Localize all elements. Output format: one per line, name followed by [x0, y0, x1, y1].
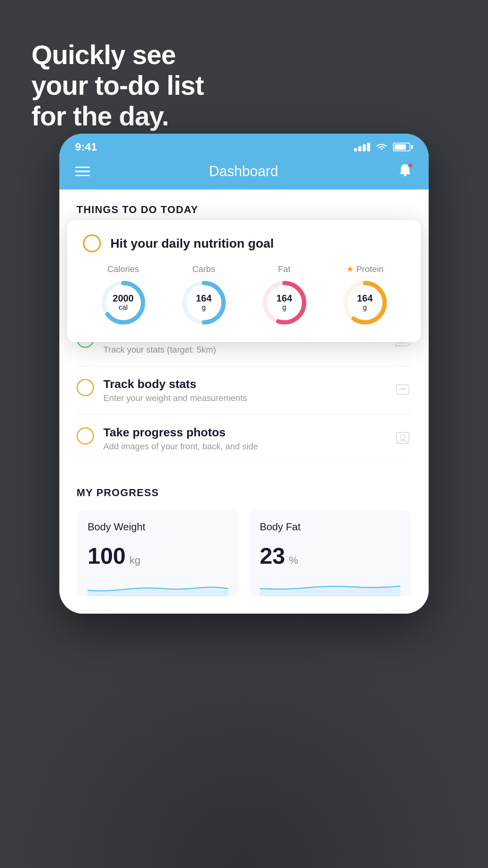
body-weight-chart [88, 577, 228, 596]
hamburger-menu[interactable] [75, 167, 90, 177]
fat-label: Fat [278, 264, 291, 274]
body-stats-check-circle [77, 379, 94, 396]
calories-label: Calories [107, 264, 139, 274]
body-stats-subtitle: Enter your weight and measurements [103, 393, 411, 403]
status-bar: 9:41 [59, 134, 429, 156]
body-fat-value-row: 23 % [260, 542, 400, 569]
nutrition-carbs: Carbs 164 g [180, 264, 227, 326]
phone-frame: 9:41 [59, 134, 429, 614]
progress-photos-text: Take progress photos Add images of your … [103, 426, 411, 452]
body-weight-card-title: Body Weight [88, 521, 228, 533]
calories-value: 2000 [113, 293, 134, 303]
person-icon [394, 429, 411, 448]
nutrition-card: Hit your daily nutrition goal Calories 2… [67, 220, 421, 342]
body-fat-card-title: Body Fat [260, 521, 400, 533]
running-subtitle: Track your stats (target: 5km) [103, 345, 411, 355]
nutrition-check-circle[interactable] [83, 234, 101, 252]
nutrition-protein: ★ Protein 164 g [341, 264, 389, 326]
status-time: 9:41 [75, 141, 97, 153]
progress-photos-title: Take progress photos [103, 426, 411, 439]
carbs-value: 164 [196, 293, 211, 303]
nutrition-fat: Fat 164 g [261, 264, 308, 326]
progress-photos-subtitle: Add images of your front, back, and side [103, 441, 411, 452]
carbs-label: Carbs [192, 264, 215, 274]
body-weight-card: Body Weight 100 kg [77, 510, 239, 596]
my-progress-header: MY PROGRESS [77, 487, 411, 499]
hero-line3: for the day. [31, 101, 169, 131]
content-area: THINGS TO DO TODAY Hit your daily nutrit… [59, 189, 429, 614]
nutrition-grid: Calories 2000 cal Carbs [83, 264, 405, 326]
card-title-row: Hit your daily nutrition goal [83, 234, 405, 252]
hero-text: Quickly see your to-do list for the day. [31, 39, 204, 132]
carbs-unit: g [196, 304, 211, 312]
wifi-icon [376, 143, 387, 151]
signal-icon [354, 143, 370, 151]
body-stats-text: Track body stats Enter your weight and m… [103, 377, 411, 403]
protein-ring: 164 g [341, 279, 389, 326]
my-progress-section: MY PROGRESS Body Weight 100 kg [59, 463, 429, 614]
svg-point-9 [402, 389, 404, 390]
todo-item-progress-photos[interactable]: Take progress photos Add images of your … [77, 415, 411, 463]
body-fat-chart [260, 577, 400, 596]
body-fat-card: Body Fat 23 % [249, 510, 411, 596]
fat-ring: 164 g [261, 279, 308, 326]
calories-unit: cal [113, 304, 134, 312]
carbs-ring: 164 g [180, 279, 227, 326]
body-fat-unit: % [289, 554, 298, 566]
fat-unit: g [276, 304, 292, 312]
star-icon: ★ [346, 264, 354, 274]
body-fat-value: 23 [260, 542, 285, 569]
calories-ring: 2000 cal [100, 279, 147, 326]
body-stats-title: Track body stats [103, 377, 411, 391]
notification-dot [408, 163, 413, 168]
body-weight-unit: kg [130, 554, 140, 566]
protein-unit: g [357, 304, 372, 312]
body-weight-value: 100 [88, 542, 126, 569]
nutrition-card-title: Hit your daily nutrition goal [110, 236, 274, 251]
nutrition-calories: Calories 2000 cal [100, 264, 147, 326]
battery-icon [393, 143, 413, 151]
nav-title: Dashboard [209, 163, 278, 180]
nav-bar: Dashboard [59, 156, 429, 189]
scale-icon [394, 381, 411, 400]
protein-label: Protein [356, 264, 384, 274]
status-icons [354, 143, 413, 151]
progress-photos-check-circle [77, 427, 94, 445]
hero-line1: Quickly see [31, 40, 176, 70]
things-to-do-header: THINGS TO DO TODAY [59, 189, 429, 224]
fat-value: 164 [276, 293, 292, 303]
svg-point-11 [400, 435, 405, 440]
protein-value: 164 [357, 293, 372, 303]
progress-grid: Body Weight 100 kg Body Fat [77, 510, 411, 596]
hero-line2: your to-do list [31, 70, 204, 100]
protein-label-row: ★ Protein [346, 264, 384, 274]
bell-icon[interactable] [397, 163, 413, 180]
body-weight-value-row: 100 kg [88, 542, 228, 569]
todo-item-body-stats[interactable]: Track body stats Enter your weight and m… [77, 366, 411, 415]
